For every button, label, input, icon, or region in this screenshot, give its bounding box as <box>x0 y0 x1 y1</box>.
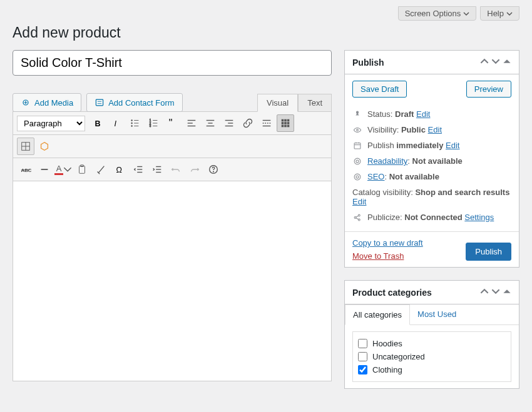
move-down-icon[interactable] <box>491 287 500 298</box>
svg-rect-38 <box>284 125 287 128</box>
page-title: Add new product <box>13 24 519 41</box>
seo-icon <box>352 173 362 181</box>
categories-box: Product categories All categories Most U… <box>344 280 519 389</box>
indent-button[interactable] <box>148 161 166 178</box>
svg-point-8 <box>131 123 133 124</box>
edit-status-link[interactable]: Edit <box>416 109 430 119</box>
svg-rect-46 <box>79 166 85 174</box>
svg-rect-47 <box>80 165 83 167</box>
svg-point-67 <box>358 214 360 216</box>
strikethrough-button[interactable]: ABC <box>17 161 34 178</box>
move-down-icon[interactable] <box>491 57 500 68</box>
svg-text:B: B <box>95 119 101 128</box>
svg-rect-31 <box>282 119 284 122</box>
tab-text[interactable]: Text <box>298 94 332 112</box>
bold-button[interactable]: B <box>89 114 106 132</box>
toggle-icon[interactable] <box>503 287 511 298</box>
readability-icon <box>352 157 362 166</box>
move-trash-link[interactable]: Move to Trash <box>352 251 404 261</box>
pin-icon <box>352 110 362 119</box>
add-contact-form-button[interactable]: Add Contact Form <box>86 93 183 112</box>
align-right-button[interactable] <box>220 114 238 132</box>
add-media-button[interactable]: Add Media <box>13 93 81 112</box>
svg-point-68 <box>358 219 360 221</box>
category-item[interactable]: Uncategorized <box>358 350 506 363</box>
paste-text-button[interactable] <box>73 161 91 178</box>
svg-line-70 <box>356 218 359 219</box>
help-icon-button[interactable] <box>205 161 222 178</box>
category-item[interactable]: Clothing <box>358 363 506 376</box>
seo-link[interactable]: SEO <box>367 172 384 181</box>
toggle-icon[interactable] <box>503 57 511 68</box>
save-draft-button[interactable]: Save Draft <box>352 81 407 98</box>
edit-publish-date-link[interactable]: Edit <box>446 141 459 150</box>
toolbar-toggle-button[interactable] <box>277 114 294 132</box>
special-char-button[interactable]: Ω <box>111 161 128 178</box>
italic-button[interactable]: I <box>108 114 125 132</box>
svg-line-69 <box>356 216 359 217</box>
chevron-down-icon <box>463 11 469 17</box>
table-button[interactable] <box>17 138 34 155</box>
category-checkbox[interactable] <box>358 352 367 361</box>
text-color-button[interactable]: A <box>54 161 72 178</box>
align-center-button[interactable] <box>202 114 219 132</box>
product-title-input[interactable] <box>13 50 332 76</box>
category-checkbox[interactable] <box>358 339 367 348</box>
bullet-list-button[interactable] <box>126 114 144 132</box>
move-up-icon[interactable] <box>480 287 489 298</box>
category-label: Uncategorized <box>372 352 425 361</box>
svg-rect-58 <box>354 143 361 148</box>
tab-all-categories[interactable]: All categories <box>345 304 410 325</box>
preview-button[interactable]: Preview <box>466 81 511 98</box>
svg-point-65 <box>356 175 359 178</box>
category-checkbox[interactable] <box>358 365 367 374</box>
svg-rect-37 <box>282 125 284 128</box>
categories-title: Product categories <box>352 288 432 298</box>
screen-options-button[interactable]: Screen Options <box>398 6 477 21</box>
hr-button[interactable] <box>36 161 53 178</box>
svg-point-10 <box>131 126 133 127</box>
svg-point-63 <box>356 159 359 162</box>
editor-toolbar-row2 <box>13 135 332 158</box>
category-label: Clothing <box>372 365 402 374</box>
redo-button[interactable] <box>186 161 203 178</box>
copy-draft-link[interactable]: Copy to a new draft <box>352 238 423 248</box>
quote-button[interactable]: " <box>164 114 182 132</box>
move-up-icon[interactable] <box>480 57 489 68</box>
svg-text:Ω: Ω <box>116 166 122 174</box>
chevron-down-icon <box>506 11 513 17</box>
publish-title: Publish <box>352 58 384 68</box>
editor-content-area[interactable] <box>13 181 332 381</box>
tab-most-used[interactable]: Most Used <box>410 304 464 324</box>
svg-rect-36 <box>287 122 290 124</box>
block-button[interactable] <box>36 138 53 155</box>
form-icon <box>95 98 105 108</box>
edit-visibility-link[interactable]: Edit <box>428 125 442 134</box>
calendar-icon <box>352 141 362 150</box>
publicize-settings-link[interactable]: Settings <box>464 213 494 222</box>
svg-rect-1 <box>96 99 103 106</box>
publish-button[interactable]: Publish <box>466 243 511 261</box>
link-button[interactable] <box>239 114 257 132</box>
tab-visual[interactable]: Visual <box>257 94 298 112</box>
svg-point-62 <box>354 158 361 164</box>
chevron-down-icon <box>63 164 72 175</box>
outdent-button[interactable] <box>130 161 147 178</box>
edit-catalog-link[interactable]: Edit <box>352 197 366 206</box>
publish-box: Publish Save Draft Preview Status: Dra <box>344 50 519 268</box>
format-select[interactable]: Paragraph <box>17 116 85 131</box>
readability-link[interactable]: Readability <box>367 156 407 166</box>
svg-text:3: 3 <box>150 124 151 128</box>
undo-button[interactable] <box>167 161 185 178</box>
help-button[interactable]: Help <box>480 6 519 21</box>
eye-icon <box>352 126 362 134</box>
clear-format-button[interactable] <box>92 161 110 178</box>
align-left-button[interactable] <box>183 114 200 132</box>
svg-rect-32 <box>284 119 287 122</box>
svg-point-6 <box>131 120 133 121</box>
category-item[interactable]: Hoodies <box>358 337 506 350</box>
numbered-list-button[interactable]: 123 <box>145 114 163 132</box>
svg-rect-35 <box>284 122 287 124</box>
svg-text:I: I <box>114 119 116 128</box>
readmore-button[interactable] <box>258 114 275 132</box>
